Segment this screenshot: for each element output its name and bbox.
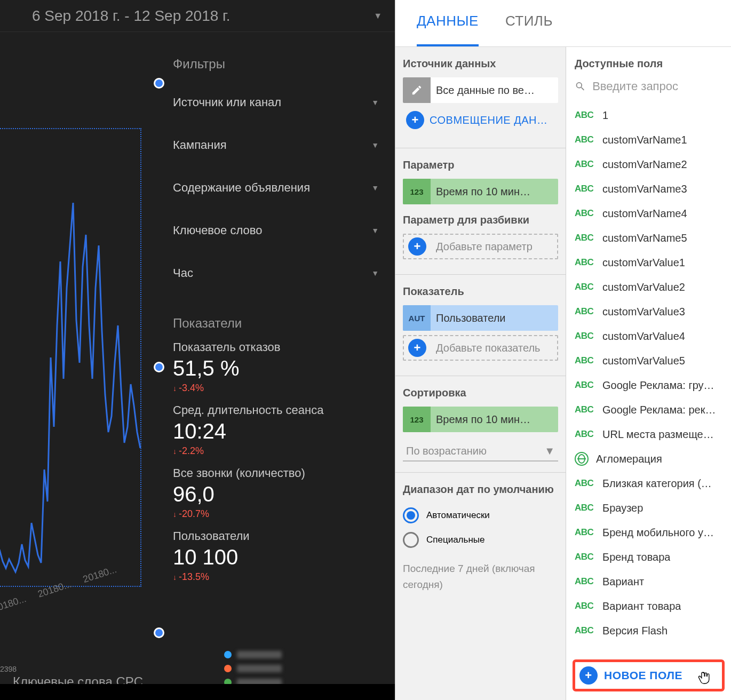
- field-item[interactable]: ABCcustomVarValue2: [566, 275, 731, 299]
- field-name: customVarValue3: [602, 306, 685, 318]
- type-abc-icon: ABC: [575, 110, 595, 121]
- field-item[interactable]: ABCcustomVarName3: [566, 177, 731, 201]
- type-abc-icon: ABC: [575, 527, 595, 538]
- field-item[interactable]: ABCВариант: [566, 569, 731, 594]
- config-column: Источник данных Все данные по ве… + СОВМ…: [395, 47, 566, 700]
- sort-label: Сортировка: [403, 387, 558, 399]
- field-name: Агломерация: [596, 453, 662, 465]
- metric-chip[interactable]: AUT Пользователи: [403, 305, 558, 331]
- field-name: Близкая категория (…: [602, 478, 712, 490]
- field-item[interactable]: ABCБраузер: [566, 496, 731, 520]
- radio-unchecked-icon: [403, 532, 419, 548]
- field-item[interactable]: ABCcustomVarName1: [566, 128, 731, 152]
- data-source-chip[interactable]: Все данные по ве…: [403, 77, 558, 103]
- type-number-icon: 123: [403, 407, 431, 432]
- field-name: customVarValue5: [602, 355, 685, 367]
- field-item[interactable]: ABCВариант товара: [566, 594, 731, 618]
- plus-icon: +: [579, 666, 598, 685]
- field-item[interactable]: ABCcustomVarValue5: [566, 348, 731, 373]
- type-abc-icon: ABC: [575, 159, 595, 170]
- dimension-label: Параметр: [403, 159, 558, 171]
- type-abc-icon: ABC: [575, 233, 595, 243]
- chevron-down-icon: ▼: [371, 226, 379, 235]
- selection-handle-icon[interactable]: [154, 627, 164, 638]
- date-range-picker[interactable]: 6 Sep 2018 г. - 12 Sep 2018 г. ▼: [0, 0, 395, 32]
- cursor-hand-icon: [697, 670, 712, 685]
- small-number: 2398: [0, 665, 17, 673]
- chevron-down-icon: ▼: [371, 269, 379, 277]
- field-name: Браузер: [602, 502, 643, 514]
- field-item[interactable]: ABCБлизкая категория (…: [566, 471, 731, 496]
- selection-handle-icon[interactable]: [154, 362, 164, 372]
- data-source-label: Источник данных: [403, 58, 558, 70]
- filter-campaign[interactable]: Кампания▼: [173, 124, 379, 166]
- field-item[interactable]: ABCcustomVarName5: [566, 226, 731, 250]
- filter-adcontent[interactable]: Содержание объявления▼: [173, 166, 379, 209]
- field-item[interactable]: ABCВерсия Flash: [566, 618, 731, 643]
- filter-keyword[interactable]: Ключевое слово▼: [173, 209, 379, 252]
- metric-bounce-rate: Показатель отказов 51,5 % -3.4%: [173, 340, 379, 394]
- field-name: Версия Flash: [602, 625, 668, 637]
- metric-users: Пользователи 10 100 -13.5%: [173, 529, 379, 583]
- type-abc-icon: ABC: [575, 503, 595, 513]
- config-panel: ДАННЫЕ СТИЛЬ Источник данных Все данные …: [395, 0, 731, 700]
- date-auto-radio[interactable]: Автоматически: [403, 503, 558, 528]
- field-item[interactable]: Агломерация: [566, 447, 731, 471]
- field-name: customVarValue1: [602, 257, 685, 269]
- field-item[interactable]: ABCcustomVarValue3: [566, 299, 731, 324]
- date-range-label: 6 Sep 2018 г. - 12 Sep 2018 г.: [32, 7, 231, 25]
- tabs: ДАННЫЕ СТИЛЬ: [395, 0, 731, 47]
- new-field-button[interactable]: + НОВОЕ ПОЛЕ: [579, 666, 682, 685]
- filter-source[interactable]: Источник или канал▼: [173, 81, 379, 124]
- field-name: customVarName2: [602, 158, 687, 171]
- type-abc-icon: ABC: [575, 429, 595, 440]
- filter-hour[interactable]: Час▼: [173, 252, 379, 295]
- type-abc-icon: ABC: [575, 601, 595, 611]
- sort-order-dropdown[interactable]: По возрастанию ▼: [403, 436, 558, 462]
- field-item[interactable]: ABCcustomVarValue1: [566, 250, 731, 275]
- field-item[interactable]: ABCcustomVarValue4: [566, 324, 731, 348]
- field-name: Бренд товара: [602, 551, 670, 563]
- date-hint: Последние 7 дней (включая сегодня): [403, 561, 558, 593]
- type-abc-icon: ABC: [575, 552, 595, 562]
- field-name: URL места размеще…: [602, 428, 714, 441]
- field-item[interactable]: ABCGoogle Реклама: гру…: [566, 373, 731, 397]
- chevron-down-icon: ▼: [371, 184, 379, 192]
- type-abc-icon: ABC: [575, 380, 595, 391]
- search-icon: [575, 80, 586, 93]
- line-chart[interactable]: [0, 128, 141, 630]
- tab-style[interactable]: СТИЛЬ: [505, 13, 553, 46]
- field-name: Google Реклама: гру…: [602, 379, 714, 392]
- fields-search-input[interactable]: [592, 79, 722, 93]
- tab-data[interactable]: ДАННЫЕ: [417, 13, 479, 46]
- type-abc-icon: ABC: [575, 625, 595, 636]
- field-item[interactable]: ABCURL места размеще…: [566, 422, 731, 447]
- dimension-chip[interactable]: 123 Время по 10 мин…: [403, 179, 558, 204]
- date-custom-radio[interactable]: Специальные: [403, 528, 558, 552]
- field-item[interactable]: ABCGoogle Реклама: рек…: [566, 397, 731, 422]
- type-abc-icon: ABC: [575, 306, 595, 317]
- field-item[interactable]: ABCcustomVarName4: [566, 201, 731, 226]
- selection-handle-icon[interactable]: [154, 78, 164, 89]
- field-item[interactable]: ABCcustomVarName2: [566, 152, 731, 177]
- radio-checked-icon: [403, 507, 419, 523]
- add-metric-button[interactable]: + Добавьте показатель: [403, 335, 558, 361]
- field-item[interactable]: ABCБренд товара: [566, 545, 731, 569]
- type-abc-icon: ABC: [575, 404, 595, 415]
- type-abc-icon: ABC: [575, 576, 595, 587]
- metric-label: Показатель: [403, 285, 558, 298]
- sort-chip[interactable]: 123 Время по 10 мин…: [403, 407, 558, 432]
- blend-data-button[interactable]: + СОВМЕЩЕНИЕ ДАНН…: [403, 107, 558, 133]
- legend-dot-icon: [224, 665, 232, 672]
- fields-column: Доступные поля ABC1ABCcustomVarName1ABCc…: [566, 47, 731, 700]
- metrics-title: Показатели: [173, 316, 379, 331]
- chart-area: 20180... 20180... 20180...: [0, 32, 159, 700]
- chevron-down-icon: ▼: [544, 445, 555, 457]
- chevron-down-icon: ▼: [371, 141, 379, 149]
- field-name: 1: [602, 109, 608, 122]
- type-number-icon: 123: [403, 179, 431, 204]
- field-item[interactable]: ABC1: [566, 103, 731, 128]
- fields-search[interactable]: [566, 74, 731, 103]
- add-dimension-button[interactable]: + Добавьте параметр: [403, 234, 558, 259]
- field-item[interactable]: ABCБренд мобильного у…: [566, 520, 731, 545]
